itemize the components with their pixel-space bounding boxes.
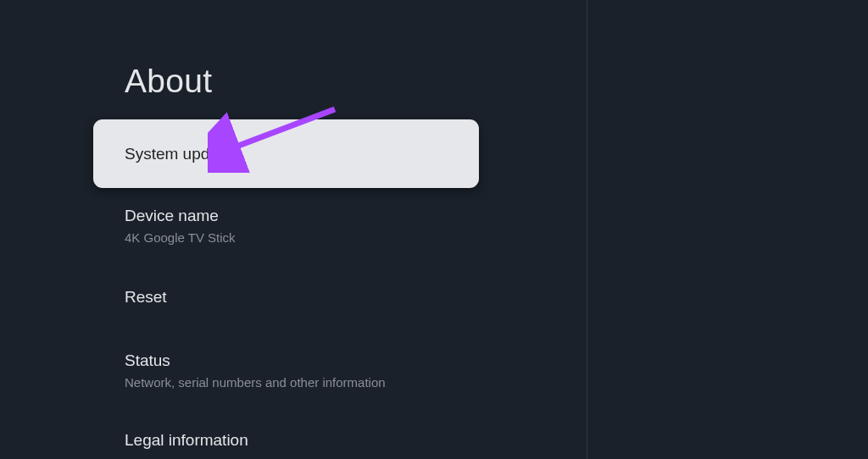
menu-item-status[interactable]: Status Network, serial numbers and other…: [125, 351, 386, 390]
item-subtitle: Network, serial numbers and other inform…: [125, 375, 386, 390]
item-title: System update: [125, 145, 232, 163]
item-title: Device name: [125, 207, 236, 225]
item-title: Reset: [125, 288, 167, 307]
vertical-divider: [587, 0, 587, 459]
menu-item-legal[interactable]: Legal information: [125, 431, 248, 450]
item-title: Legal information: [125, 431, 248, 450]
menu-item-device-name[interactable]: Device name 4K Google TV Stick: [125, 207, 236, 245]
item-title: Status: [125, 351, 386, 370]
menu-item-system-update[interactable]: System update: [93, 119, 479, 188]
item-subtitle: 4K Google TV Stick: [125, 230, 236, 245]
menu-item-reset[interactable]: Reset: [125, 288, 167, 307]
page-title: About: [125, 63, 212, 100]
